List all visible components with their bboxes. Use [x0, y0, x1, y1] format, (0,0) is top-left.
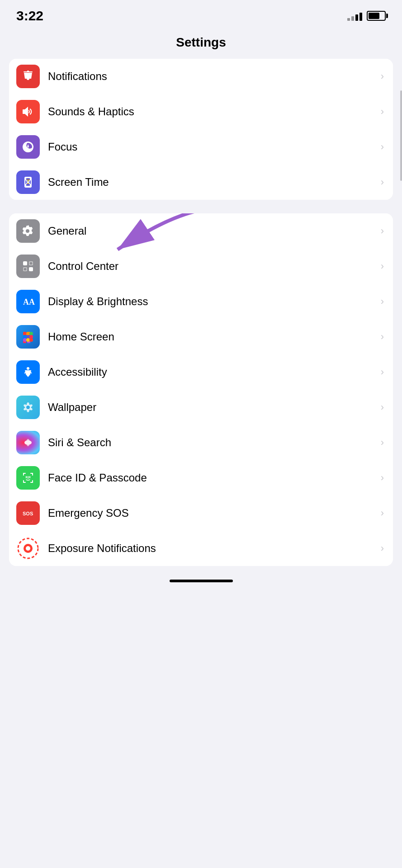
settings-group-2: General › Control Center › AA Display & …	[9, 213, 393, 566]
notifications-chevron: ›	[381, 71, 384, 82]
settings-item-focus[interactable]: Focus ›	[9, 129, 393, 165]
settings-item-sounds[interactable]: Sounds & Haptics ›	[9, 94, 393, 129]
signal-icon	[347, 11, 362, 21]
focus-label: Focus	[48, 141, 377, 153]
screentime-label: Screen Time	[48, 176, 377, 189]
sounds-icon	[16, 100, 40, 123]
status-icons	[347, 11, 386, 21]
scrollbar[interactable]	[400, 90, 402, 181]
svg-point-23	[29, 335, 33, 339]
faceid-chevron: ›	[381, 472, 384, 484]
exposure-icon	[16, 537, 40, 560]
svg-point-25	[26, 338, 30, 342]
svg-point-50	[26, 546, 30, 551]
settings-group-1: Notifications › Sounds & Haptics › Focus…	[9, 59, 393, 200]
screentime-chevron: ›	[381, 176, 384, 188]
svg-rect-42	[32, 473, 33, 476]
focus-chevron: ›	[381, 141, 384, 153]
settings-item-screentime[interactable]: ⏳ Screen Time ›	[9, 165, 393, 200]
faceid-label: Face ID & Passcode	[48, 472, 377, 484]
homescreen-chevron: ›	[381, 331, 384, 343]
settings-item-siri[interactable]: Siri & Search ›	[9, 425, 393, 460]
page-title: Settings	[0, 28, 402, 59]
screentime-icon: ⏳	[16, 170, 40, 194]
svg-point-20	[29, 332, 33, 335]
emergencysos-icon: SOS	[16, 501, 40, 525]
siri-chevron: ›	[381, 437, 384, 448]
svg-point-24	[23, 338, 27, 342]
settings-item-faceid[interactable]: Face ID & Passcode ›	[9, 460, 393, 495]
accessibility-label: Accessibility	[48, 366, 377, 378]
settings-item-controlcenter[interactable]: Control Center ›	[9, 249, 393, 284]
general-icon	[16, 219, 40, 243]
exposure-chevron: ›	[381, 542, 384, 554]
settings-item-emergencysos[interactable]: SOS Emergency SOS ›	[9, 495, 393, 531]
controlcenter-chevron: ›	[381, 260, 384, 272]
focus-icon	[16, 135, 40, 159]
settings-item-homescreen[interactable]: Home Screen ›	[9, 319, 393, 354]
svg-text:AA: AA	[23, 297, 35, 307]
homescreen-icon	[16, 325, 40, 349]
wallpaper-chevron: ›	[381, 401, 384, 413]
notifications-label: Notifications	[48, 70, 377, 83]
svg-point-22	[26, 335, 30, 339]
faceid-icon	[16, 466, 40, 490]
svg-point-19	[26, 332, 30, 335]
emergencysos-label: Emergency SOS	[48, 507, 377, 519]
controlcenter-label: Control Center	[48, 260, 377, 273]
svg-point-27	[27, 367, 29, 370]
svg-point-38	[26, 439, 30, 446]
settings-item-display[interactable]: AA Display & Brightness ›	[9, 284, 393, 319]
wallpaper-icon	[16, 396, 40, 419]
homescreen-label: Home Screen	[48, 330, 377, 343]
accessibility-chevron: ›	[381, 366, 384, 378]
siri-icon	[16, 431, 40, 454]
general-label: General	[48, 225, 377, 237]
siri-label: Siri & Search	[48, 436, 377, 449]
svg-point-8	[24, 268, 27, 271]
emergencysos-chevron: ›	[381, 507, 384, 519]
status-bar: 3:22	[0, 0, 402, 28]
sounds-label: Sounds & Haptics	[48, 105, 377, 118]
accessibility-icon	[16, 360, 40, 384]
status-time: 3:22	[16, 8, 43, 24]
svg-rect-4	[23, 261, 27, 265]
settings-item-general[interactable]: General ›	[9, 213, 393, 249]
svg-point-36	[26, 406, 30, 409]
wallpaper-label: Wallpaper	[48, 401, 377, 414]
svg-point-9	[30, 262, 33, 265]
exposure-label: Exposure Notifications	[48, 542, 377, 555]
svg-rect-7	[29, 267, 33, 271]
notifications-icon	[16, 65, 40, 88]
display-label: Display & Brightness	[48, 295, 377, 308]
svg-rect-46	[32, 480, 33, 483]
settings-item-notifications[interactable]: Notifications ›	[9, 59, 393, 94]
settings-item-accessibility[interactable]: Accessibility ›	[9, 354, 393, 390]
svg-point-21	[23, 335, 27, 339]
controlcenter-icon	[16, 255, 40, 278]
sounds-chevron: ›	[381, 106, 384, 118]
display-chevron: ›	[381, 296, 384, 307]
svg-rect-40	[23, 473, 24, 476]
svg-point-26	[29, 338, 33, 342]
home-indicator	[170, 580, 233, 582]
general-chevron: ›	[381, 225, 384, 237]
svg-point-18	[23, 332, 27, 335]
svg-text:SOS: SOS	[23, 511, 33, 516]
display-icon: AA	[16, 290, 40, 313]
settings-item-wallpaper[interactable]: Wallpaper ›	[9, 390, 393, 425]
battery-icon	[367, 11, 386, 21]
svg-rect-44	[23, 480, 24, 483]
settings-item-exposure[interactable]: Exposure Notifications ›	[9, 531, 393, 566]
